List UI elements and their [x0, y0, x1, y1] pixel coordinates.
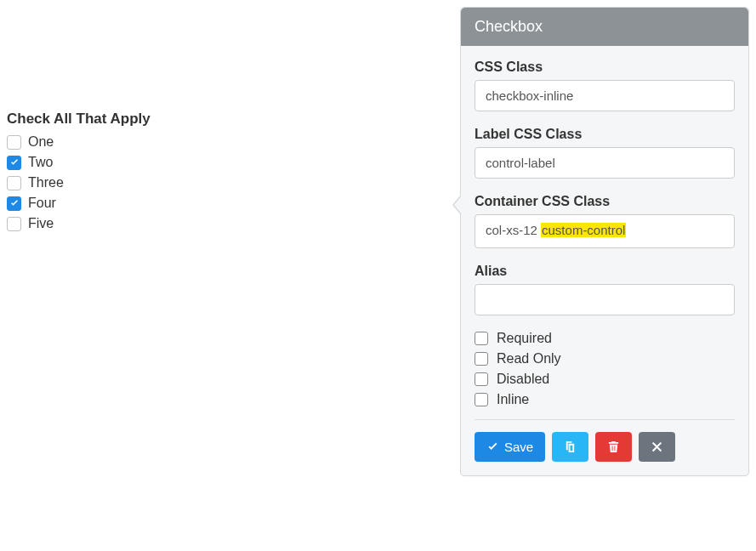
field-alias: Alias: [475, 264, 735, 315]
preview-checkbox-list: One Two Three Four Five: [7, 134, 423, 231]
checkbox-icon[interactable]: [7, 176, 21, 190]
checkbox-icon[interactable]: [7, 196, 21, 211]
close-button[interactable]: [639, 432, 675, 462]
preview-field-label: Check All That Apply: [7, 111, 423, 128]
checkbox-icon[interactable]: [475, 332, 488, 345]
copy-button[interactable]: [552, 432, 588, 462]
preview-checkbox-label: Four: [28, 196, 56, 211]
container-css-class-label: Container CSS Class: [475, 194, 735, 209]
preview-area: Check All That Apply One Two Three Four …: [7, 111, 423, 231]
field-css-class: CSS Class: [475, 60, 735, 111]
css-class-label: CSS Class: [475, 60, 735, 75]
css-class-input[interactable]: [475, 80, 735, 111]
preview-checkbox-label: One: [28, 134, 54, 150]
option-label: Disabled: [497, 372, 549, 387]
label-css-class-input[interactable]: [475, 147, 735, 179]
close-icon: [651, 440, 663, 453]
checkbox-icon[interactable]: [7, 135, 21, 150]
divider: [475, 419, 735, 420]
option-label: Inline: [497, 392, 529, 407]
field-container-css-class: Container CSS Class col-xs-12 custom-con…: [475, 194, 735, 248]
panel-options: Required Read Only Disabled Inline: [475, 331, 735, 407]
preview-checkbox-item[interactable]: Two: [7, 155, 423, 170]
preview-checkbox-label: Three: [28, 175, 64, 190]
preview-checkbox-item[interactable]: Four: [7, 196, 423, 211]
button-row: Save: [475, 432, 735, 462]
option-label: Required: [497, 331, 552, 346]
save-button-label: Save: [504, 440, 533, 454]
option-label: Read Only: [497, 351, 561, 366]
preview-checkbox-item[interactable]: Five: [7, 216, 423, 231]
checkbox-icon[interactable]: [475, 352, 488, 366]
alias-input[interactable]: [475, 284, 735, 315]
container-css-class-text: col-xs-12: [486, 223, 541, 237]
checkbox-icon[interactable]: [7, 217, 21, 231]
container-css-class-input[interactable]: col-xs-12 custom-control: [475, 214, 735, 248]
preview-checkbox-label: Five: [28, 216, 54, 231]
properties-panel: Checkbox CSS Class Label CSS Class Conta…: [460, 7, 749, 476]
checkbox-icon[interactable]: [475, 372, 488, 386]
delete-button[interactable]: [595, 432, 632, 462]
trash-icon: [607, 440, 620, 453]
preview-checkbox-label: Two: [28, 155, 53, 170]
field-label-css-class: Label CSS Class: [475, 127, 735, 179]
container-css-class-highlight: custom-control: [541, 223, 626, 237]
label-css-class-label: Label CSS Class: [475, 127, 735, 142]
option-inline[interactable]: Inline: [475, 392, 735, 407]
checkbox-icon[interactable]: [475, 393, 488, 406]
checkbox-icon[interactable]: [7, 156, 21, 170]
option-required[interactable]: Required: [475, 331, 735, 346]
check-icon: [486, 440, 499, 453]
save-button[interactable]: Save: [475, 432, 545, 462]
copy-icon: [564, 440, 577, 453]
preview-checkbox-item[interactable]: One: [7, 134, 423, 150]
preview-checkbox-item[interactable]: Three: [7, 175, 423, 190]
option-read-only[interactable]: Read Only: [475, 351, 735, 366]
panel-title: Checkbox: [461, 8, 748, 46]
alias-label: Alias: [475, 264, 735, 279]
option-disabled[interactable]: Disabled: [475, 372, 735, 387]
